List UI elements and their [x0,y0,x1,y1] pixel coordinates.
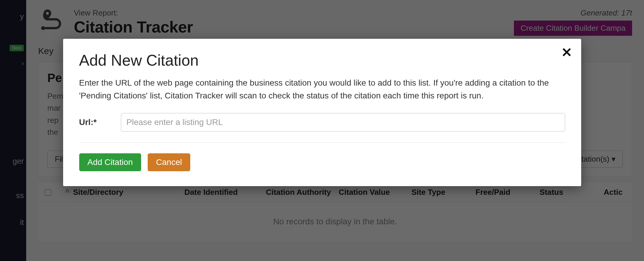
url-input[interactable] [121,113,565,132]
close-icon[interactable]: ✕ [561,46,572,59]
url-form-row: Url:* [79,113,565,132]
modal-description: Enter the URL of the web page containing… [79,76,565,102]
url-label: Url:* [79,118,109,127]
add-citation-modal: ✕ Add New Citation Enter the URL of the … [63,39,581,186]
modal-divider [79,142,565,143]
modal-overlay[interactable]: ✕ Add New Citation Enter the URL of the … [0,0,644,261]
modal-actions: Add Citation Cancel [79,153,565,171]
modal-title: Add New Citation [79,51,565,69]
cancel-button[interactable]: Cancel [148,153,190,171]
add-citation-button[interactable]: Add Citation [79,153,141,171]
